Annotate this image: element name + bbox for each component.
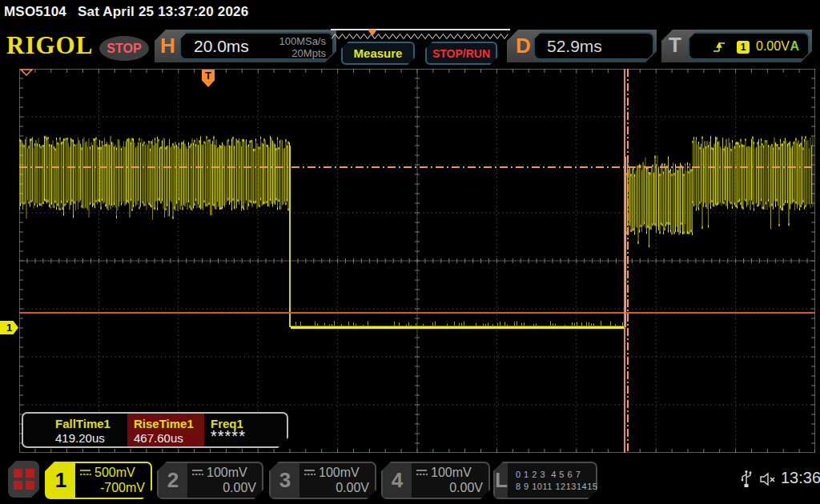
channel-2-block[interactable]: 2 100mV 0.00V xyxy=(157,462,263,499)
measurement-risetime-selected[interactable]: RiseTime1 467.60us xyxy=(127,414,204,446)
trigger-position-vline-dashed xyxy=(627,69,629,453)
datetime: Sat April 25 13:37:20 2026 xyxy=(78,4,248,19)
acquisition-status-badge: STOP xyxy=(99,36,149,61)
timebase-value: 20.0ms xyxy=(194,37,249,56)
coupling-dc-icon xyxy=(191,469,203,477)
rising-edge-icon xyxy=(712,41,726,54)
ch4-offset: 0.00V xyxy=(416,481,483,495)
ch1-waveform xyxy=(19,69,815,453)
stop-run-button[interactable]: STOP/RUN xyxy=(425,42,497,65)
speaker-muted-icon xyxy=(759,472,778,486)
trigger-source-badge: 1 xyxy=(737,41,750,54)
measurement-falltime[interactable]: FallTime1 419.20us xyxy=(23,414,127,446)
measurement-freq[interactable]: Freq1 ***** xyxy=(204,414,285,446)
measure-button[interactable]: Measure xyxy=(341,42,415,65)
logic-channels-block[interactable]: L 0 1 2 3 4 5 6 7 8 9 1011 12131415 xyxy=(493,462,597,499)
graticule: T xyxy=(19,69,815,453)
horizontal-label: H xyxy=(160,34,175,58)
coupling-dc-icon xyxy=(79,469,91,477)
coupling-dc-icon xyxy=(303,469,316,477)
ch4-scale: 100mV xyxy=(431,466,472,480)
delay-value: 52.9ms xyxy=(547,37,602,56)
oscilloscope-screen: MSO5104Sat April 25 13:37:20 2026 RIGOL … xyxy=(0,0,820,504)
channel-3-tag: 3 xyxy=(271,463,299,498)
ch2-offset: 0.00V xyxy=(191,481,256,495)
ch1-offset: -700mV xyxy=(79,481,145,495)
channel-reference-line[interactable] xyxy=(19,312,815,314)
delay-label: D xyxy=(516,34,531,58)
trigger-label: T xyxy=(669,33,681,58)
model-name: MSO5104 xyxy=(4,4,66,19)
logic-row-2: 8 9 1011 12131415 xyxy=(516,481,598,493)
trigger-position-vline[interactable] xyxy=(624,69,625,453)
channel-2-tag: 2 xyxy=(159,463,187,498)
menu-button[interactable] xyxy=(8,461,39,498)
channel-1-block[interactable]: 1 500mV -700mV xyxy=(45,462,152,499)
waveform-overview-zigzag xyxy=(331,31,510,42)
center-marker-icon xyxy=(19,69,34,77)
status-line: MSO5104Sat April 25 13:37:20 2026 xyxy=(4,4,259,20)
ch1-position-tag[interactable]: 1 xyxy=(0,321,18,334)
ch2-scale: 100mV xyxy=(207,466,247,480)
delay-box[interactable]: 52.9ms xyxy=(533,32,654,60)
channel-4-tag: 4 xyxy=(383,463,412,498)
coupling-dc-icon xyxy=(416,469,428,477)
channel-4-block[interactable]: 4 100mV 0.00V xyxy=(381,462,490,499)
waveform-position-strip[interactable] xyxy=(331,29,510,42)
trigger-level-line[interactable] xyxy=(19,166,815,168)
channel-1-tag: 1 xyxy=(46,463,75,498)
channel-3-block[interactable]: 3 100mV 0.00V xyxy=(269,462,376,499)
usb-icon xyxy=(740,470,753,489)
ch3-offset: 0.00V xyxy=(303,481,369,495)
ch3-scale: 100mV xyxy=(319,466,360,480)
measurement-panel: FallTime1 419.20us RiseTime1 467.60us Fr… xyxy=(22,412,288,448)
logic-tag: L xyxy=(495,463,508,498)
menu-grid-icon xyxy=(14,469,34,490)
trigger-mode: A xyxy=(790,39,799,54)
clock: 13:36 xyxy=(781,469,820,487)
ch1-scale: 500mV xyxy=(94,466,135,480)
trigger-level-value: 0.00V xyxy=(756,39,790,54)
logic-row-1: 0 1 2 3 4 5 6 7 xyxy=(516,469,598,481)
timebase-box[interactable]: 20.0ms 100MSa/s 20Mpts xyxy=(179,32,334,60)
sample-rate: 100MSa/s 20Mpts xyxy=(279,35,326,59)
trigger-box[interactable]: 1 0.00V A xyxy=(688,32,810,60)
rigol-logo: RIGOL xyxy=(6,30,93,61)
position-marker-icon xyxy=(368,30,377,36)
